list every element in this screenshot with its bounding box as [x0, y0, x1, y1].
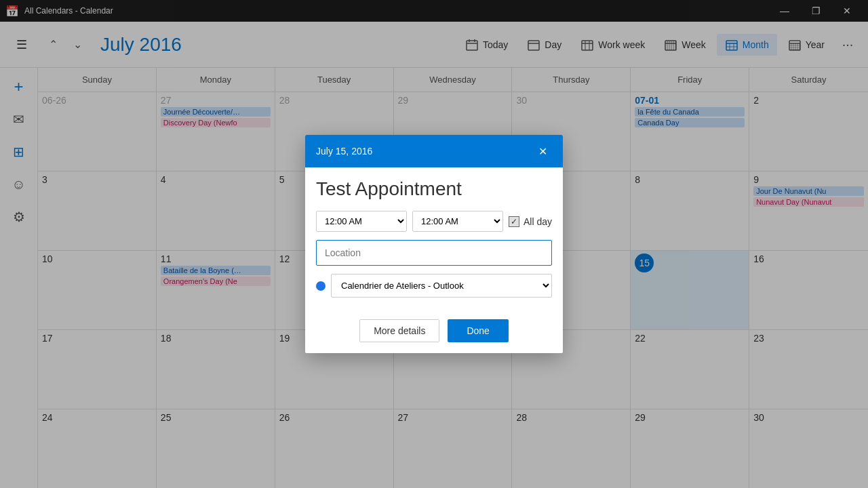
modal-overlay: July 15, 2016 ✕ Test Appointment 12:00 A…: [0, 0, 868, 488]
allday-text: All day: [524, 216, 552, 227]
allday-checkbox[interactable]: [509, 216, 519, 227]
location-input[interactable]: [316, 240, 552, 266]
modal-footer: More details Done: [305, 319, 563, 353]
calendar-select[interactable]: Calendrier de Ateliers - Outlook: [331, 274, 552, 298]
modal-body: Test Appointment 12:00 AM 12:00 AM All d…: [305, 167, 563, 319]
modal-close-button[interactable]: ✕: [533, 142, 552, 161]
modal-dialog: July 15, 2016 ✕ Test Appointment 12:00 A…: [305, 135, 563, 353]
allday-label: All day: [509, 216, 552, 227]
calendar-color-dot: [316, 281, 326, 291]
end-time-select[interactable]: 12:00 AM: [412, 211, 503, 232]
start-time-select[interactable]: 12:00 AM: [316, 211, 407, 232]
more-details-button[interactable]: More details: [359, 319, 439, 342]
modal-header: July 15, 2016 ✕: [305, 135, 563, 167]
modal-appointment-title: Test Appointment: [316, 178, 552, 200]
done-button[interactable]: Done: [448, 319, 508, 342]
time-row: 12:00 AM 12:00 AM All day: [316, 211, 552, 232]
calendar-select-row: Calendrier de Ateliers - Outlook: [316, 274, 552, 298]
modal-header-date: July 15, 2016: [316, 146, 372, 157]
